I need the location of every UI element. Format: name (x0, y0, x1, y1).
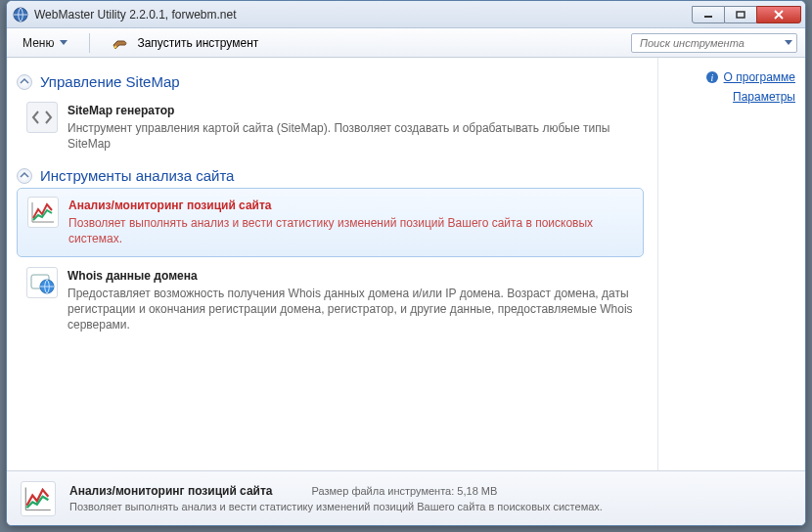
tool-desc: Позволяет выполнять анализ и вести стати… (68, 215, 633, 246)
footer-desc: Позволяет выполнять анализ и вести стати… (69, 501, 791, 512)
tool-title: Анализ/мониторинг позиций сайта (68, 197, 633, 214)
run-label: Запустить инструмент (137, 36, 258, 50)
tool-desc: Инструмент управления картой сайта (Site… (68, 120, 634, 152)
minimize-button[interactable] (692, 6, 725, 23)
menu-button[interactable]: Меню (15, 33, 75, 53)
tool-list: Управление SiteMap SiteMap генератор Инс… (7, 58, 658, 470)
tool-title: SiteMap генератор (68, 102, 634, 119)
section-title: Управление SiteMap (40, 73, 180, 90)
right-sidebar: i О программе Параметры (658, 58, 805, 470)
search-input[interactable] (638, 36, 785, 50)
chevron-down-icon[interactable] (785, 40, 792, 45)
close-button[interactable] (756, 6, 801, 23)
info-icon: i (705, 70, 719, 84)
footer-file-size: Размер файла инструмента: 5,18 MB (312, 485, 498, 497)
chart-icon (27, 197, 59, 228)
about-link[interactable]: О программе (724, 67, 795, 87)
tool-title: Whois данные домена (68, 267, 634, 285)
svg-point-3 (114, 45, 117, 48)
window-title: WebMaster Utility 2.2.0.1, forwebm.net (34, 8, 693, 22)
svg-rect-2 (737, 12, 744, 18)
search-box[interactable] (631, 33, 797, 53)
run-tool-button[interactable]: Запустить инструмент (104, 32, 266, 54)
toolbar-divider (89, 33, 90, 53)
rocket-icon (112, 35, 129, 51)
chevron-down-icon (60, 40, 68, 45)
tool-item-position-analysis[interactable]: Анализ/мониторинг позиций сайта Позволяе… (17, 188, 644, 257)
section-header-analysis[interactable]: Инструменты анализа сайта (17, 163, 644, 186)
whois-icon (26, 267, 58, 298)
tool-desc: Предоставляет возможность получения Whoi… (68, 286, 634, 332)
svg-text:i: i (710, 72, 713, 83)
settings-link[interactable]: Параметры (666, 87, 795, 107)
collapse-icon[interactable] (17, 168, 32, 184)
menu-label: Меню (23, 36, 54, 50)
maximize-button[interactable] (724, 6, 757, 23)
app-window: WebMaster Utility 2.2.0.1, forwebm.net М… (6, 0, 806, 526)
footer-title: Анализ/мониторинг позиций сайта (69, 484, 273, 498)
svg-rect-1 (704, 16, 712, 18)
chart-icon (21, 481, 56, 516)
app-icon (13, 7, 28, 22)
window-buttons (693, 6, 801, 23)
code-icon (26, 102, 58, 133)
section-title: Инструменты анализа сайта (40, 167, 234, 184)
toolbar: Меню Запустить инструмент (7, 28, 805, 58)
collapse-icon[interactable] (17, 74, 32, 90)
tool-item-sitemap-generator[interactable]: SiteMap генератор Инструмент управления … (17, 94, 644, 161)
section-header-sitemap[interactable]: Управление SiteMap (17, 69, 644, 92)
status-bar: Анализ/мониторинг позиций сайта Размер ф… (7, 470, 805, 525)
tool-item-whois[interactable]: Whois данные домена Предоставляет возмож… (17, 259, 644, 342)
titlebar[interactable]: WebMaster Utility 2.2.0.1, forwebm.net (7, 1, 805, 28)
